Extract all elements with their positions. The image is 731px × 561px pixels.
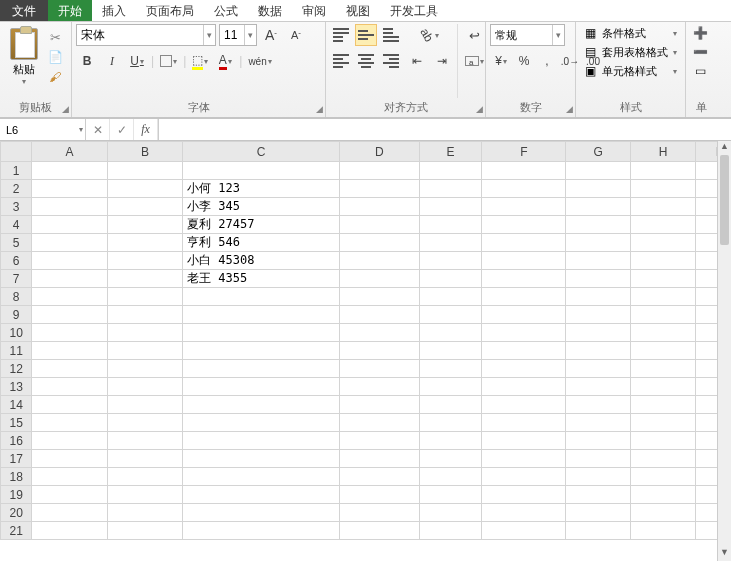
cell[interactable] bbox=[340, 180, 420, 198]
row-header[interactable]: 20 bbox=[1, 504, 32, 522]
cell[interactable] bbox=[107, 360, 182, 378]
column-header[interactable]: H bbox=[631, 142, 696, 162]
cell[interactable] bbox=[32, 324, 107, 342]
cell[interactable]: 亨利 546 bbox=[183, 234, 340, 252]
cell[interactable] bbox=[566, 324, 631, 342]
cell[interactable] bbox=[107, 324, 182, 342]
wrap-text-button[interactable]: ↩ bbox=[462, 24, 487, 46]
border-button[interactable]: ▾ bbox=[157, 50, 180, 72]
cell[interactable] bbox=[340, 288, 420, 306]
row-header[interactable]: 4 bbox=[1, 216, 32, 234]
cell[interactable] bbox=[107, 504, 182, 522]
cell[interactable] bbox=[631, 306, 696, 324]
column-header[interactable]: A bbox=[32, 142, 107, 162]
cell[interactable] bbox=[419, 486, 482, 504]
cell[interactable] bbox=[32, 234, 107, 252]
spreadsheet-grid[interactable]: ABCDEFGHI 12小何 1233小李 3454夏利 274575亨利 54… bbox=[0, 141, 731, 540]
cell[interactable] bbox=[482, 234, 566, 252]
row-header[interactable]: 6 bbox=[1, 252, 32, 270]
cell[interactable] bbox=[32, 162, 107, 180]
cell[interactable] bbox=[32, 522, 107, 540]
cell[interactable] bbox=[340, 234, 420, 252]
cell[interactable] bbox=[340, 324, 420, 342]
cell[interactable] bbox=[340, 252, 420, 270]
select-all-corner[interactable] bbox=[1, 142, 32, 162]
cell[interactable] bbox=[32, 378, 107, 396]
cell[interactable] bbox=[32, 216, 107, 234]
cell[interactable] bbox=[32, 198, 107, 216]
font-color-button[interactable]: A▾ bbox=[214, 50, 236, 72]
accept-formula-button[interactable]: ✓ bbox=[110, 119, 134, 140]
number-format-select[interactable]: 常规▾ bbox=[490, 24, 565, 46]
cell[interactable] bbox=[419, 414, 482, 432]
cell[interactable] bbox=[32, 288, 107, 306]
cell[interactable] bbox=[183, 450, 340, 468]
row-header[interactable]: 13 bbox=[1, 378, 32, 396]
cell[interactable] bbox=[183, 378, 340, 396]
cell[interactable] bbox=[482, 468, 566, 486]
cell[interactable] bbox=[631, 396, 696, 414]
cell[interactable] bbox=[419, 342, 482, 360]
cell[interactable] bbox=[32, 414, 107, 432]
cell[interactable] bbox=[32, 450, 107, 468]
insert-function-button[interactable]: fx bbox=[134, 119, 158, 140]
cell[interactable] bbox=[631, 234, 696, 252]
cell[interactable] bbox=[183, 288, 340, 306]
cell[interactable] bbox=[340, 468, 420, 486]
cell[interactable] bbox=[32, 468, 107, 486]
cell[interactable] bbox=[107, 252, 182, 270]
cell[interactable] bbox=[340, 396, 420, 414]
cell[interactable] bbox=[419, 522, 482, 540]
cell[interactable] bbox=[183, 324, 340, 342]
cell[interactable] bbox=[107, 432, 182, 450]
tab-data[interactable]: 数据 bbox=[248, 0, 292, 21]
cell[interactable]: 小白 45308 bbox=[183, 252, 340, 270]
dialog-launcher-icon[interactable]: ◢ bbox=[62, 104, 69, 114]
cell[interactable] bbox=[183, 414, 340, 432]
phonetic-guide-button[interactable]: wén▾ bbox=[245, 50, 274, 72]
cell[interactable]: 老王 4355 bbox=[183, 270, 340, 288]
align-right-button[interactable] bbox=[380, 50, 402, 72]
cell[interactable] bbox=[340, 342, 420, 360]
delete-cells-button[interactable]: ➖ bbox=[690, 43, 712, 61]
cell[interactable] bbox=[482, 288, 566, 306]
fill-color-button[interactable]: ⬚▾ bbox=[189, 50, 211, 72]
cell[interactable] bbox=[566, 450, 631, 468]
cell[interactable] bbox=[340, 306, 420, 324]
insert-cells-button[interactable]: ➕ bbox=[690, 24, 712, 42]
tab-formulas[interactable]: 公式 bbox=[204, 0, 248, 21]
cell[interactable] bbox=[183, 342, 340, 360]
cell[interactable] bbox=[419, 270, 482, 288]
cell[interactable] bbox=[482, 486, 566, 504]
cell[interactable] bbox=[419, 198, 482, 216]
cell[interactable] bbox=[32, 360, 107, 378]
tab-file[interactable]: 文件 bbox=[0, 0, 48, 21]
cell[interactable] bbox=[183, 504, 340, 522]
cell[interactable] bbox=[419, 324, 482, 342]
copy-button[interactable] bbox=[46, 48, 64, 66]
cell[interactable] bbox=[566, 288, 631, 306]
cell[interactable] bbox=[340, 414, 420, 432]
cell[interactable] bbox=[631, 360, 696, 378]
cell[interactable] bbox=[183, 162, 340, 180]
cell[interactable] bbox=[107, 414, 182, 432]
underline-button[interactable]: U▾ bbox=[126, 50, 148, 72]
cell[interactable] bbox=[107, 486, 182, 504]
cell[interactable] bbox=[107, 522, 182, 540]
cell[interactable] bbox=[482, 198, 566, 216]
cell[interactable] bbox=[419, 396, 482, 414]
row-header[interactable]: 2 bbox=[1, 180, 32, 198]
dialog-launcher-icon[interactable]: ◢ bbox=[566, 104, 573, 114]
cell[interactable] bbox=[340, 450, 420, 468]
cell[interactable] bbox=[631, 180, 696, 198]
cell[interactable] bbox=[340, 504, 420, 522]
cell[interactable] bbox=[419, 306, 482, 324]
tab-page-layout[interactable]: 页面布局 bbox=[136, 0, 204, 21]
cell[interactable] bbox=[183, 486, 340, 504]
cell[interactable] bbox=[482, 180, 566, 198]
cell[interactable] bbox=[419, 432, 482, 450]
cell[interactable] bbox=[419, 450, 482, 468]
cell[interactable] bbox=[482, 450, 566, 468]
cell[interactable] bbox=[107, 162, 182, 180]
cell[interactable] bbox=[566, 360, 631, 378]
